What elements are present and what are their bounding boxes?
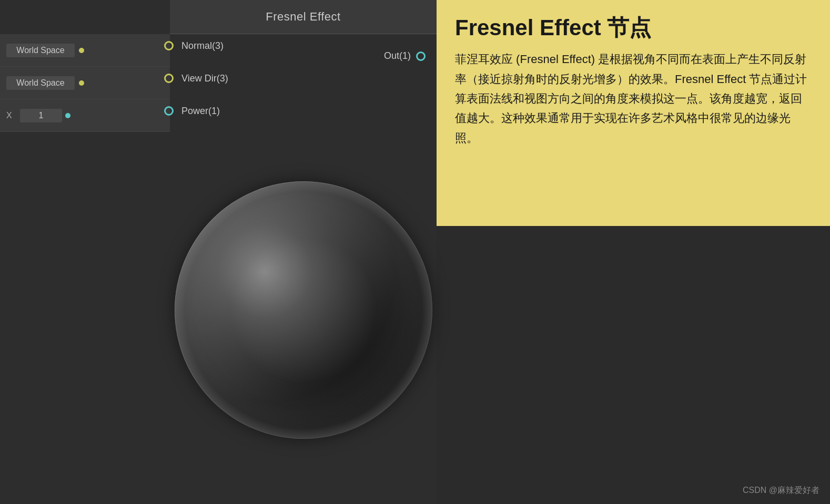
power-dot[interactable] [65, 113, 70, 118]
sphere-preview [170, 137, 437, 484]
fresnel-sphere [175, 181, 432, 439]
normal-port-label: Normal(3) [181, 40, 224, 52]
output-port: Out(1) [384, 50, 426, 61]
x-label: X [6, 111, 17, 120]
power-port-circle[interactable] [164, 106, 174, 116]
credit-text: CSDN @麻辣爱好者 [743, 485, 819, 496]
node-panel: Fresnel Effect Out(1) World Space Normal… [0, 0, 437, 504]
normal-dot[interactable] [79, 48, 84, 53]
normal-port-label-container: Normal(3) [181, 41, 224, 50]
viewdir-world-space-badge[interactable]: World Space [6, 76, 75, 90]
power-port-label: Power(1) [181, 106, 220, 117]
info-panel: Fresnel Effect 节点 菲涅耳效应 (Fresnel Effect)… [437, 0, 830, 226]
viewdir-dot[interactable] [79, 80, 84, 86]
viewdir-port-label-container: View Dir(3) [181, 74, 228, 83]
normal-world-space-badge[interactable]: World Space [6, 44, 75, 57]
info-title: Fresnel Effect 节点 [455, 16, 812, 40]
power-input-row: X [0, 99, 170, 132]
viewdir-port-circle[interactable] [164, 74, 174, 83]
power-value-input[interactable] [20, 109, 62, 122]
node-title: Fresnel Effect [266, 10, 340, 24]
viewdir-port-label: View Dir(3) [181, 73, 228, 84]
output-circle[interactable] [416, 52, 426, 61]
power-port-label-container: Power(1) [181, 106, 220, 116]
viewdir-input-row: World Space [0, 67, 170, 99]
normal-port-circle[interactable] [164, 41, 174, 50]
info-body: 菲涅耳效应 (Fresnel Effect) 是根据视角不同而在表面上产生不同反… [455, 49, 812, 148]
normal-input-row: World Space [0, 34, 170, 67]
output-label: Out(1) [384, 50, 411, 61]
node-title-bar: Fresnel Effect [170, 0, 437, 34]
